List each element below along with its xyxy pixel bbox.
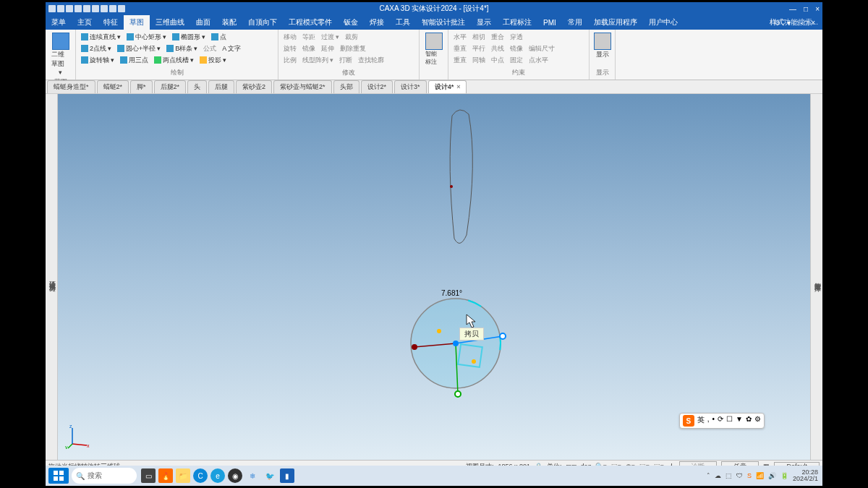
formula-button[interactable]: 公式 <box>201 44 218 53</box>
edge2-icon[interactable]: e <box>210 468 225 483</box>
horizontal-button[interactable]: 水平 <box>451 33 469 42</box>
ime-dropdown-icon[interactable]: ▼ <box>736 415 743 427</box>
model-canvas[interactable] <box>58 94 810 460</box>
menu-item-home[interactable]: 主页 <box>72 15 98 30</box>
maximize-button[interactable]: □ <box>804 5 808 13</box>
doc-tab[interactable]: 脚* <box>130 80 153 93</box>
right-rail[interactable]: 智能渲染 图库 <box>810 94 822 460</box>
findcontour-button[interactable]: 查找轮廓 <box>356 56 386 65</box>
menu-item-apps[interactable]: 加载应用程序 <box>588 15 643 30</box>
rotate-button[interactable]: 旋转 <box>281 44 299 53</box>
close-button[interactable]: × <box>815 5 820 13</box>
fix-button[interactable]: 固定 <box>508 56 525 65</box>
menu-item-topdown[interactable]: 自顶向下 <box>242 15 283 30</box>
menu-item-common[interactable]: 常用 <box>562 15 588 30</box>
menu-item-assembly[interactable]: 装配 <box>216 15 242 30</box>
doc-tab[interactable]: 紫砂壶与蜻蜓2* <box>273 80 332 93</box>
close-icon[interactable]: × <box>456 83 460 90</box>
fillet-button[interactable]: 过渡▾ <box>319 33 341 42</box>
qat-icon[interactable] <box>109 5 116 12</box>
trim-button[interactable]: 裁剪 <box>343 33 360 42</box>
app-icon[interactable]: ❄ <box>245 468 260 483</box>
mirror-button[interactable]: 镜像 <box>300 44 318 53</box>
slot-button[interactable]: 两点线槽▾ <box>152 56 196 65</box>
cloud-icon[interactable]: ☁ <box>715 472 721 479</box>
qat-icon[interactable] <box>101 5 108 12</box>
menu-item-pmi[interactable]: PMI <box>537 15 562 30</box>
midpoint-button[interactable]: 中点 <box>489 56 506 65</box>
taskview-icon[interactable]: ▭ <box>141 468 156 483</box>
menu-item-sketch[interactable]: 草图 <box>124 15 150 30</box>
menu-item-tools[interactable]: 工具 <box>390 15 416 30</box>
doc-tab[interactable]: 设计2* <box>361 80 393 93</box>
rotation-axis-button[interactable]: 旋转轴▾ <box>79 56 116 65</box>
spline-button[interactable]: B样条▾ <box>164 44 200 53</box>
doc-tab[interactable]: 蜻蜓2* <box>97 80 129 93</box>
menu-item-engannot[interactable]: 工程标注 <box>497 15 537 30</box>
tray-chevron-icon[interactable]: ˄ <box>707 472 710 479</box>
concentric-button[interactable]: 同轴 <box>470 56 488 65</box>
doc-tab[interactable]: 后腿2* <box>154 80 187 93</box>
menu-item-menu[interactable]: 菜单 <box>46 15 72 30</box>
coincident-button[interactable]: 重合 <box>489 33 506 42</box>
ime-logo-icon[interactable]: S <box>683 415 694 427</box>
qat-icon[interactable] <box>66 5 73 12</box>
extend-button[interactable]: 延伸 <box>319 44 336 53</box>
ime-refresh-icon[interactable]: ⟳ <box>718 415 723 427</box>
doc-tab[interactable]: 紫砂壶2 <box>236 80 272 93</box>
doc-tab[interactable]: 头 <box>187 80 207 93</box>
parallel-button[interactable]: 平行 <box>470 44 488 53</box>
pointhoriz-button[interactable]: 点水平 <box>527 56 550 65</box>
ime-keyboard-icon[interactable]: ☐ <box>726 415 733 427</box>
ime-lang[interactable]: 英 <box>697 415 705 427</box>
ime-punct[interactable]: , <box>707 415 710 427</box>
circle-cr-button[interactable]: 圆心+半径▾ <box>115 44 163 53</box>
tray-icon[interactable]: 🛡 <box>736 472 743 479</box>
app-icon[interactable]: 🐦 <box>263 468 277 483</box>
offset-button[interactable]: 等距 <box>300 33 318 42</box>
pierce-button[interactable]: 穿透 <box>508 33 525 42</box>
menu-item-surface[interactable]: 曲面 <box>190 15 216 30</box>
doc-tab[interactable]: 设计3* <box>394 80 427 93</box>
volume-icon[interactable]: 🔊 <box>768 472 776 479</box>
ime-settings-icon[interactable]: ⚙ <box>754 415 761 427</box>
break-button[interactable]: 打断 <box>337 56 354 65</box>
edge-icon[interactable]: C <box>193 468 208 483</box>
menu-item-engpart[interactable]: 工程模式零件 <box>283 15 338 30</box>
qat-icon[interactable] <box>75 5 82 12</box>
qat-icon[interactable] <box>48 5 56 12</box>
wifi-icon[interactable]: 📶 <box>756 472 764 479</box>
vertical-button[interactable]: 垂直 <box>451 44 469 53</box>
smart-dim-button[interactable]: 智能标注 <box>422 31 445 67</box>
collinear-button[interactable]: 共线 <box>489 44 506 53</box>
display-button[interactable]: 显示 <box>592 31 612 61</box>
perp-button[interactable]: 重直 <box>451 56 469 65</box>
qat-icon[interactable] <box>92 5 99 12</box>
move-button[interactable]: 移动 <box>281 33 299 42</box>
tray-icon[interactable]: ⬚ <box>726 472 732 479</box>
text-button[interactable]: A 文字 <box>220 44 243 53</box>
app-icon[interactable]: 🔥 <box>158 468 173 483</box>
ime-tray-icon[interactable]: S <box>747 472 752 479</box>
ime-toolbar[interactable]: S 英 , • ⟳ ☐ ▼ ✿ ⚙ <box>679 413 765 429</box>
start-button[interactable] <box>48 468 69 484</box>
menu-item-display[interactable]: 显示 <box>471 15 497 30</box>
ellipse-button[interactable]: 椭圆形▾ <box>170 33 208 42</box>
continuous-line-button[interactable]: 连续直线▾ <box>79 33 123 42</box>
ime-mic-icon[interactable]: • <box>712 415 715 427</box>
battery-icon[interactable]: 🔋 <box>780 472 788 479</box>
pattern-button[interactable]: 线型阵列▾ <box>300 56 336 65</box>
point-button[interactable]: 点 <box>209 33 229 42</box>
caxa-icon[interactable]: ▮ <box>280 468 294 483</box>
doc-tab[interactable]: 后腿 <box>208 80 234 93</box>
menu-item-3dcurve[interactable]: 三维曲线 <box>150 15 190 30</box>
style-selector[interactable]: 样式 ▾ □ - □ × <box>770 17 815 27</box>
qat-icon[interactable] <box>83 5 90 12</box>
taskbar-search[interactable]: 🔍 搜索 <box>72 468 137 484</box>
doc-tab[interactable]: 头部 <box>333 80 359 93</box>
left-rail[interactable]: 设计环境 属性 历史树 <box>46 94 58 460</box>
qat-icon[interactable] <box>118 5 125 12</box>
menu-item-smartannot[interactable]: 智能设计批注 <box>416 15 471 30</box>
2point-line-button[interactable]: 2点线▾ <box>79 44 114 53</box>
doc-tab[interactable]: 蜻蜓身造型* <box>47 80 95 93</box>
